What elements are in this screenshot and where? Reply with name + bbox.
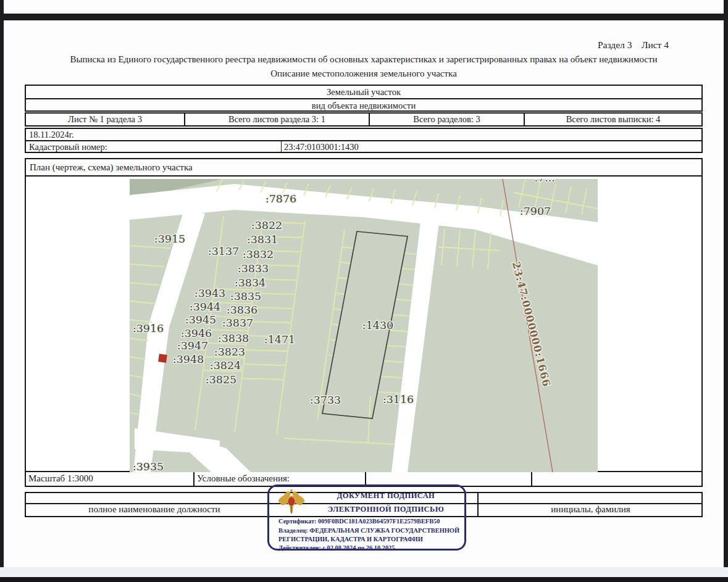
legend-empty-cell-2 xyxy=(532,472,701,486)
parcel-label: :3832 xyxy=(243,248,274,260)
stamp-title-line2: ЭЛЕКТРОННОЙ ПОДПИСЬЮ xyxy=(310,505,462,514)
parcel-label: :3835 xyxy=(230,290,261,302)
meta-table: 18.11.2024г. Кадастровый номер: 23:47:01… xyxy=(25,128,703,153)
stamp-validity: Действителен: с 02.08.2024 по 26.10.2025 xyxy=(278,544,464,551)
parcel-label: :3836 xyxy=(227,304,257,316)
date-value: 18.11.2024г. xyxy=(26,129,701,141)
parcel-label: :3946 xyxy=(181,327,212,339)
plan-header: План (чертеж, схема) земельного участка xyxy=(26,159,701,177)
legend-label: Условные обозначения: xyxy=(195,472,366,486)
object-type-caption: вид объекта недвижимости xyxy=(26,99,701,112)
stamp-owner-line1: Владелец: ФЕДЕРАЛЬНАЯ СЛУЖБА ГОСУДАРСТВЕ… xyxy=(278,527,464,534)
parcel-label: :3935 xyxy=(133,460,164,472)
parcel-label: :3833 xyxy=(238,262,269,275)
parcel-label: :3947 xyxy=(177,339,208,352)
parcel-label: :7876 xyxy=(266,193,296,205)
cadastral-map: :7876:7907:3822:3915:3831:3137:3832:3833… xyxy=(26,177,701,471)
cadastral-map-image: :7876:7907:3822:3915:3831:3137:3832:3833… xyxy=(130,179,598,472)
legend-empty-cell-1 xyxy=(366,472,532,486)
parcel-label: :3834 xyxy=(235,276,266,289)
parcel-label: :3837 xyxy=(222,317,253,329)
parcel-label: :1430 xyxy=(362,319,393,331)
parcel-label: :3825 xyxy=(206,373,236,386)
plan-footer-row: Масштаб 1:3000 Условные обозначения: xyxy=(26,471,701,486)
object-type-table: Земельный участок вид объекта недвижимос… xyxy=(25,85,703,112)
plan-table: План (чертеж, схема) земельного участка xyxy=(25,158,703,487)
sheet-number-cell: Лист № 1 раздела 3 xyxy=(26,114,185,125)
parcel-label: :3948 xyxy=(173,353,204,365)
parcel-label: :3733 xyxy=(310,394,341,406)
document-subtitle: Описание местоположения земельного участ… xyxy=(25,69,703,79)
parcel-label: :7907 xyxy=(520,205,551,217)
sheets-total-cell: Всего листов выписки: 4 xyxy=(525,114,701,125)
name-caption: инициалы, фамилия xyxy=(479,504,703,515)
sections-total-cell: Всего разделов: 3 xyxy=(370,114,525,125)
parcel-label: :3915 xyxy=(154,233,185,245)
parcel-label: :3116 xyxy=(383,393,414,405)
parcel-label: :3137 xyxy=(208,245,239,257)
map-scale: Масштаб 1:3000 xyxy=(26,472,195,486)
cadastral-value: 23:47:0103001:1430 xyxy=(282,141,701,153)
parcel-label: :3944 xyxy=(190,301,220,313)
object-type-value: Земельный участок xyxy=(26,86,701,99)
parcel-label: :3943 xyxy=(195,287,225,299)
cadastral-label: Кадастровый номер: xyxy=(26,141,282,153)
position-caption: полное наименование должности xyxy=(25,504,284,515)
section-sheet-header: Раздел 3 Лист 4 xyxy=(598,39,669,51)
stamp-certificate: Сертификат: 009F0BDC181A023B64597F1E2579… xyxy=(278,518,464,525)
parcel-label: :3945 xyxy=(185,314,216,326)
frame-bottom-bar xyxy=(0,577,728,582)
red-square-marker xyxy=(158,354,167,363)
stamp-title-line1: ДОКУМЕНТ ПОДПИСАН xyxy=(310,491,462,501)
frame-top-bar xyxy=(0,14,728,20)
document-viewer: { "page": { "section_header": "Раздел 3 … xyxy=(0,0,728,582)
stamp-owner-line2: РЕГИСТРАЦИИ, КАДАСТРА И КАРТОГРАФИИ xyxy=(278,536,464,543)
frame-bottom-strip xyxy=(0,567,728,577)
parcel-label: :1471 xyxy=(264,333,295,346)
document-title: Выписка из Единого государственного реес… xyxy=(25,54,703,65)
digital-signature-stamp: ДОКУМЕНТ ПОДПИСАН ЭЛЕКТРОННОЙ ПОДПИСЬЮ С… xyxy=(267,484,466,551)
parcel-label: :3823 xyxy=(214,346,245,358)
sheet-counters-table: Лист № 1 раздела 3 Всего листов раздела … xyxy=(25,112,703,127)
parcel-label: :3838 xyxy=(218,332,249,344)
sheets-in-section-cell: Всего листов раздела 3: 1 xyxy=(185,114,370,125)
coat-of-arms-icon xyxy=(277,488,306,517)
parcel-label: :7... xyxy=(534,179,555,184)
frame-left-bar xyxy=(0,0,4,582)
parcel-label: :3824 xyxy=(210,359,241,372)
parcel-label: :3822 xyxy=(251,219,282,231)
parcel-label: :3916 xyxy=(133,322,164,335)
cadastral-row: Кадастровый номер: 23:47:0103001:1430 xyxy=(26,141,701,153)
parcel-label: :3831 xyxy=(247,233,278,246)
frame-right-bar xyxy=(724,0,728,582)
